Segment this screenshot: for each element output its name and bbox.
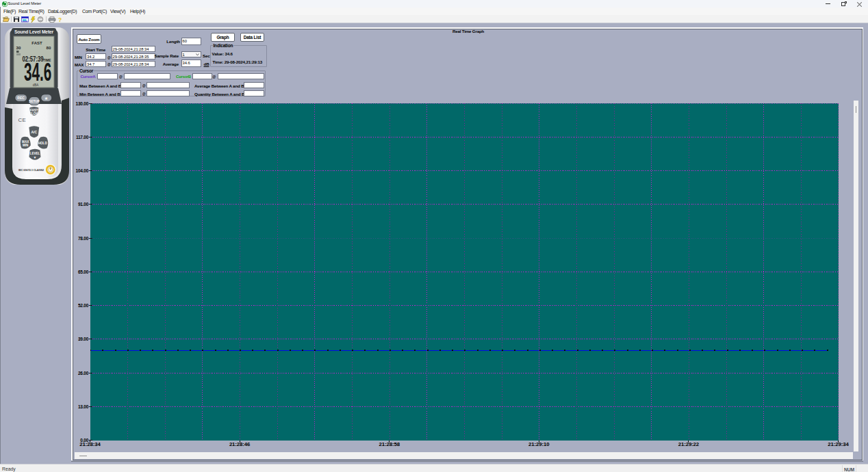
svg-text:SLOW: SLOW — [29, 112, 39, 116]
svg-text:30: 30 — [16, 45, 21, 50]
svg-text:LEVEL: LEVEL — [30, 152, 40, 155]
svg-text:IEC 61672-1 CLASS2: IEC 61672-1 CLASS2 — [18, 168, 44, 172]
svg-text:FAST: FAST — [31, 41, 42, 45]
svg-text:80: 80 — [47, 45, 51, 50]
svg-text:Sound Level Meter: Sound Level Meter — [14, 29, 54, 34]
svg-text:SETUP: SETUP — [29, 100, 39, 103]
svg-text:☀: ☀ — [44, 96, 48, 101]
svg-text:MIN: MIN — [23, 144, 29, 147]
svg-text:?: ? — [58, 16, 62, 23]
svg-text:▼: ▼ — [34, 155, 37, 159]
svg-text:CE: CE — [18, 117, 27, 123]
svg-text:dBA: dBA — [33, 83, 39, 87]
svg-text:A/C: A/C — [31, 130, 37, 134]
svg-text:REC: REC — [17, 96, 25, 100]
svg-text:34.6: 34.6 — [24, 58, 51, 86]
svg-text:HOLD: HOLD — [38, 142, 48, 145]
